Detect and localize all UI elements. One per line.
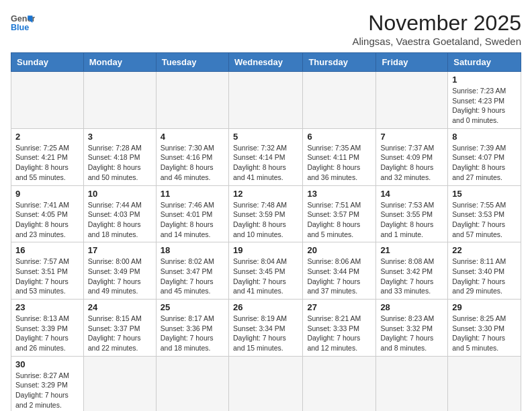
calendar-cell — [376, 72, 448, 129]
day-info: Sunrise: 8:25 AM Sunset: 3:30 PM Dayligh… — [452, 314, 517, 353]
calendar-cell: 22Sunrise: 8:11 AM Sunset: 3:40 PM Dayli… — [448, 242, 521, 300]
day-number: 18 — [161, 245, 224, 255]
calendar-cell: 16Sunrise: 7:57 AM Sunset: 3:51 PM Dayli… — [11, 242, 84, 300]
day-info: Sunrise: 8:04 AM Sunset: 3:45 PM Dayligh… — [233, 257, 298, 296]
day-info: Sunrise: 8:27 AM Sunset: 3:29 PM Dayligh… — [15, 371, 79, 410]
calendar-cell — [11, 72, 84, 129]
day-info: Sunrise: 8:11 AM Sunset: 3:40 PM Dayligh… — [452, 257, 517, 296]
day-number: 4 — [161, 132, 224, 142]
day-number: 20 — [307, 245, 371, 255]
calendar-cell — [156, 72, 228, 129]
day-info: Sunrise: 8:23 AM Sunset: 3:32 PM Dayligh… — [380, 314, 443, 353]
day-number: 9 — [15, 189, 79, 199]
calendar-cell: 29Sunrise: 8:25 AM Sunset: 3:30 PM Dayli… — [448, 300, 521, 357]
day-number: 6 — [307, 132, 371, 142]
calendar-cell: 9Sunrise: 7:41 AM Sunset: 4:05 PM Daylig… — [11, 185, 84, 242]
page-header: General Blue November 2025 Alingsas, Vae… — [11, 11, 521, 47]
day-number: 8 — [452, 132, 517, 142]
calendar-cell: 20Sunrise: 8:06 AM Sunset: 3:44 PM Dayli… — [303, 242, 376, 300]
weekday-header-sunday: Sunday — [11, 53, 84, 72]
weekday-header-thursday: Thursday — [303, 53, 376, 72]
calendar-cell: 6Sunrise: 7:35 AM Sunset: 4:11 PM Daylig… — [303, 128, 376, 185]
day-number: 24 — [88, 302, 152, 312]
month-title: November 2025 — [352, 11, 521, 36]
calendar-cell — [83, 72, 156, 129]
day-info: Sunrise: 8:06 AM Sunset: 3:44 PM Dayligh… — [307, 257, 371, 296]
day-info: Sunrise: 7:37 AM Sunset: 4:09 PM Dayligh… — [380, 143, 443, 183]
week-row-1: 1Sunrise: 7:23 AM Sunset: 4:23 PM Daylig… — [11, 72, 521, 129]
day-info: Sunrise: 8:13 AM Sunset: 3:39 PM Dayligh… — [15, 314, 79, 353]
day-info: Sunrise: 7:30 AM Sunset: 4:16 PM Dayligh… — [161, 143, 224, 183]
calendar-cell: 24Sunrise: 8:15 AM Sunset: 3:37 PM Dayli… — [83, 300, 156, 357]
day-number: 26 — [233, 302, 298, 312]
day-number: 25 — [161, 302, 224, 312]
day-number: 14 — [380, 189, 443, 199]
calendar-cell — [448, 356, 521, 411]
day-number: 1 — [452, 75, 517, 85]
calendar-cell: 26Sunrise: 8:19 AM Sunset: 3:34 PM Dayli… — [228, 300, 302, 357]
day-number: 23 — [15, 302, 79, 312]
day-number: 22 — [452, 245, 517, 255]
calendar-cell: 18Sunrise: 8:02 AM Sunset: 3:47 PM Dayli… — [156, 242, 228, 300]
calendar-cell: 19Sunrise: 8:04 AM Sunset: 3:45 PM Dayli… — [228, 242, 302, 300]
calendar-cell: 12Sunrise: 7:48 AM Sunset: 3:59 PM Dayli… — [228, 185, 302, 242]
day-number: 3 — [88, 132, 152, 142]
calendar-cell — [228, 356, 302, 411]
day-number: 2 — [15, 132, 79, 142]
week-row-5: 23Sunrise: 8:13 AM Sunset: 3:39 PM Dayli… — [11, 300, 521, 357]
day-number: 10 — [88, 189, 152, 199]
day-number: 12 — [233, 189, 298, 199]
day-info: Sunrise: 7:35 AM Sunset: 4:11 PM Dayligh… — [307, 143, 371, 183]
day-info: Sunrise: 7:57 AM Sunset: 3:51 PM Dayligh… — [15, 257, 79, 296]
day-info: Sunrise: 8:00 AM Sunset: 3:49 PM Dayligh… — [88, 257, 152, 296]
calendar-cell: 8Sunrise: 7:39 AM Sunset: 4:07 PM Daylig… — [448, 128, 521, 185]
calendar-cell: 30Sunrise: 8:27 AM Sunset: 3:29 PM Dayli… — [11, 356, 84, 411]
weekday-header-saturday: Saturday — [448, 53, 521, 72]
day-number: 29 — [452, 302, 517, 312]
calendar-cell: 14Sunrise: 7:53 AM Sunset: 3:55 PM Dayli… — [376, 185, 448, 242]
day-number: 5 — [233, 132, 298, 142]
day-number: 17 — [88, 245, 152, 255]
day-info: Sunrise: 7:39 AM Sunset: 4:07 PM Dayligh… — [452, 143, 517, 183]
weekday-header-tuesday: Tuesday — [156, 53, 228, 72]
weekday-header-wednesday: Wednesday — [228, 53, 302, 72]
day-info: Sunrise: 7:32 AM Sunset: 4:14 PM Dayligh… — [233, 143, 298, 183]
day-info: Sunrise: 8:02 AM Sunset: 3:47 PM Dayligh… — [161, 257, 224, 296]
day-number: 11 — [161, 189, 224, 199]
logo: General Blue — [11, 11, 35, 35]
day-number: 27 — [307, 302, 371, 312]
calendar-cell — [156, 356, 228, 411]
location-title: Alingsas, Vaestra Goetaland, Sweden — [352, 36, 521, 47]
weekday-header-row: SundayMondayTuesdayWednesdayThursdayFrid… — [11, 53, 521, 72]
calendar-cell: 2Sunrise: 7:25 AM Sunset: 4:21 PM Daylig… — [11, 128, 84, 185]
calendar-cell: 10Sunrise: 7:44 AM Sunset: 4:03 PM Dayli… — [83, 185, 156, 242]
day-number: 19 — [233, 245, 298, 255]
day-info: Sunrise: 7:25 AM Sunset: 4:21 PM Dayligh… — [15, 143, 79, 183]
calendar-cell: 1Sunrise: 7:23 AM Sunset: 4:23 PM Daylig… — [448, 72, 521, 129]
week-row-2: 2Sunrise: 7:25 AM Sunset: 4:21 PM Daylig… — [11, 128, 521, 185]
generalblue-logo-icon: General Blue — [11, 11, 35, 35]
day-info: Sunrise: 8:17 AM Sunset: 3:36 PM Dayligh… — [161, 314, 224, 353]
calendar-cell — [303, 72, 376, 129]
calendar-cell: 7Sunrise: 7:37 AM Sunset: 4:09 PM Daylig… — [376, 128, 448, 185]
calendar-cell: 17Sunrise: 8:00 AM Sunset: 3:49 PM Dayli… — [83, 242, 156, 300]
day-info: Sunrise: 7:28 AM Sunset: 4:18 PM Dayligh… — [88, 143, 152, 183]
day-info: Sunrise: 7:51 AM Sunset: 3:57 PM Dayligh… — [307, 200, 371, 240]
week-row-6: 30Sunrise: 8:27 AM Sunset: 3:29 PM Dayli… — [11, 356, 521, 411]
day-info: Sunrise: 8:21 AM Sunset: 3:33 PM Dayligh… — [307, 314, 371, 353]
week-row-3: 9Sunrise: 7:41 AM Sunset: 4:05 PM Daylig… — [11, 185, 521, 242]
calendar-cell — [83, 356, 156, 411]
calendar-table: SundayMondayTuesdayWednesdayThursdayFrid… — [11, 52, 521, 411]
calendar-cell: 4Sunrise: 7:30 AM Sunset: 4:16 PM Daylig… — [156, 128, 228, 185]
day-info: Sunrise: 7:44 AM Sunset: 4:03 PM Dayligh… — [88, 200, 152, 240]
day-info: Sunrise: 8:15 AM Sunset: 3:37 PM Dayligh… — [88, 314, 152, 353]
calendar-cell: 21Sunrise: 8:08 AM Sunset: 3:42 PM Dayli… — [376, 242, 448, 300]
calendar-cell: 15Sunrise: 7:55 AM Sunset: 3:53 PM Dayli… — [448, 185, 521, 242]
day-info: Sunrise: 8:19 AM Sunset: 3:34 PM Dayligh… — [233, 314, 298, 353]
day-info: Sunrise: 7:53 AM Sunset: 3:55 PM Dayligh… — [380, 200, 443, 240]
weekday-header-monday: Monday — [83, 53, 156, 72]
day-number: 30 — [15, 359, 79, 369]
weekday-header-friday: Friday — [376, 53, 448, 72]
calendar-cell: 5Sunrise: 7:32 AM Sunset: 4:14 PM Daylig… — [228, 128, 302, 185]
day-number: 28 — [380, 302, 443, 312]
